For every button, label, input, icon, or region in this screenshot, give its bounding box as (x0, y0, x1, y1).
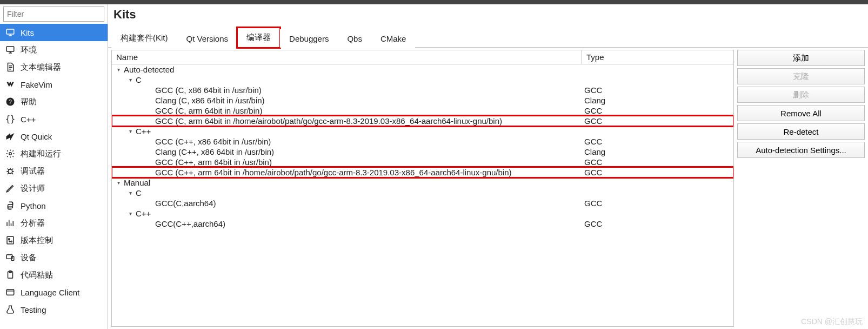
sidebar-item-1[interactable]: 环境 (0, 41, 108, 58)
expand-arrow-icon[interactable]: ▾ (129, 188, 135, 198)
sidebar-item-0[interactable]: Kits (0, 24, 108, 41)
sidebar-item-14[interactable]: 代码粘贴 (0, 266, 108, 284)
tree-row-name: GCC (C++, arm 64bit in /usr/bin) (155, 157, 272, 167)
tree-header: Name Type (112, 50, 733, 64)
tree-row-type: Clang (582, 95, 733, 106)
svg-text:?: ? (9, 98, 12, 105)
filter-input[interactable] (3, 6, 104, 22)
tree-row[interactable]: ▾C++ (112, 208, 733, 219)
tree-row-name: GCC (C, x86 64bit in /usr/bin) (155, 85, 262, 95)
svg-line-17 (12, 173, 13, 174)
sidebar-item-9[interactable]: 设计师 (0, 180, 108, 197)
tree-row[interactable]: GCC (C, arm 64bit in /usr/bin)GCC (112, 106, 733, 116)
sidebar-item-label: Qt Quick (21, 132, 52, 141)
tab-3[interactable]: Debuggers (280, 29, 338, 48)
tree-row[interactable]: GCC (C, x86 64bit in /usr/bin)GCC (112, 85, 733, 95)
svg-rect-33 (6, 289, 14, 295)
sidebar-nav: Kits环境文本编辑器FakeVim?帮助{}C++Qt Quick构建和运行调… (0, 24, 108, 329)
compilers-tree[interactable]: Name Type ▾Auto-detected▾CGCC (C, x86 64… (111, 50, 734, 327)
python-icon (5, 201, 15, 210)
tab-2[interactable]: 编译器 (237, 28, 280, 48)
svg-line-18 (8, 169, 9, 170)
svg-line-16 (8, 173, 9, 174)
tree-row[interactable]: GCC (C++, arm 64bit in /home/airobot/pat… (112, 167, 733, 177)
tree-row[interactable]: ▾C (112, 75, 733, 85)
sidebar-item-15[interactable]: Language Client (0, 284, 108, 301)
fakevim-icon (5, 80, 15, 89)
sidebar-item-5[interactable]: {}C++ (0, 110, 108, 128)
tree-row[interactable]: Clang (C++, x86 64bit in /usr/bin)Clang (112, 147, 733, 157)
tab-4[interactable]: Qbs (338, 29, 371, 48)
tree-row[interactable]: GCC(C,aarch64)GCC (112, 198, 733, 208)
column-type[interactable]: Type (582, 50, 733, 64)
tree-row-name: C++ (136, 126, 151, 136)
svg-point-26 (11, 241, 12, 242)
sidebar-item-4[interactable]: ?帮助 (0, 93, 108, 110)
add-button[interactable]: 添加 (737, 50, 865, 66)
page-title: Kits (108, 4, 868, 27)
tree-row[interactable]: ▾C (112, 188, 733, 198)
sidebar-item-label: 代码粘贴 (21, 270, 53, 280)
column-name[interactable]: Name (112, 50, 582, 64)
svg-point-12 (8, 169, 12, 174)
sidebar-item-label: 环境 (21, 45, 37, 55)
auto-detection-settings-button[interactable]: Auto-detection Settings... (737, 142, 865, 158)
sidebar-item-label: 版本控制 (21, 235, 53, 246)
tree-row[interactable]: Clang (C, x86 64bit in /usr/bin)Clang (112, 95, 733, 106)
tree-row-name: GCC(C++,aarch64) (155, 219, 225, 229)
device-icon (5, 253, 15, 262)
sidebar-item-11[interactable]: 分析器 (0, 214, 108, 232)
tree-row-name: GCC (C, arm 64bit in /usr/bin) (155, 106, 262, 116)
tab-1[interactable]: Qt Versions (177, 29, 238, 48)
tree-row[interactable]: GCC (C, arm 64bit in /home/airobot/path/… (112, 116, 733, 126)
tree-row[interactable]: GCC (C++, x86 64bit in /usr/bin)GCC (112, 136, 733, 147)
tree-row-name: GCC(C,aarch64) (155, 198, 216, 208)
clone-button: 克隆 (737, 68, 865, 84)
tree-row-name: GCC (C++, x86 64bit in /usr/bin) (155, 136, 271, 147)
language-icon (5, 287, 15, 297)
qtquick-icon (5, 131, 15, 141)
tree-row[interactable]: ▾Auto-detected (112, 64, 733, 75)
tree-row-type: GCC (582, 219, 733, 229)
sidebar-item-7[interactable]: 构建和运行 (0, 145, 108, 162)
sidebar-item-12[interactable]: 版本控制 (0, 232, 108, 249)
sidebar-item-label: 分析器 (21, 218, 45, 228)
redetect-button[interactable]: Re-detect (737, 123, 865, 140)
sidebar-item-2[interactable]: 文本编辑器 (0, 58, 108, 76)
tab-5[interactable]: CMake (371, 29, 416, 48)
tree-row-name: Manual (124, 177, 150, 188)
svg-point-25 (9, 239, 10, 240)
tree-row[interactable]: GCC (C++, arm 64bit in /usr/bin)GCC (112, 157, 733, 167)
sidebar-item-3[interactable]: FakeVim (0, 76, 108, 93)
tree-row-name: GCC (C, arm 64bit in /home/airobot/path/… (155, 116, 502, 126)
tree-row-type: GCC (582, 136, 733, 147)
tree-row[interactable]: GCC(C++,aarch64)GCC (112, 219, 733, 229)
svg-rect-24 (7, 236, 14, 244)
help-icon: ? (5, 97, 15, 107)
sidebar-item-label: 设计师 (21, 183, 45, 194)
expand-arrow-icon[interactable]: ▾ (117, 64, 123, 75)
expand-arrow-icon[interactable]: ▾ (129, 126, 135, 136)
expand-arrow-icon[interactable]: ▾ (129, 208, 135, 219)
tab-0[interactable]: 构建套件(Kit) (111, 28, 177, 48)
sidebar-item-label: Python (21, 201, 46, 210)
expand-arrow-icon[interactable]: ▾ (129, 75, 135, 85)
tree-row-name: C++ (136, 208, 151, 219)
sidebar-item-16[interactable]: Testing (0, 301, 108, 318)
sidebar-item-10[interactable]: Python (0, 197, 108, 214)
tree-row[interactable]: ▾Manual (112, 177, 733, 188)
svg-rect-0 (6, 29, 14, 34)
remove-all-button[interactable]: Remove All (737, 105, 865, 121)
tree-row[interactable]: ▾C++ (112, 126, 733, 136)
tree-row-name: GCC (C++, arm 64bit in /home/airobot/pat… (155, 167, 512, 177)
analyzer-icon (5, 218, 15, 228)
sidebar: Kits环境文本编辑器FakeVim?帮助{}C++Qt Quick构建和运行调… (0, 4, 108, 329)
svg-rect-3 (6, 47, 14, 51)
main-area: Kits 构建套件(Kit)Qt Versions编译器DebuggersQbs… (108, 4, 868, 329)
sidebar-item-8[interactable]: 调试器 (0, 162, 108, 180)
tree-row-type: GCC (582, 106, 733, 116)
paste-icon (5, 270, 15, 280)
sidebar-item-13[interactable]: 设备 (0, 249, 108, 266)
expand-arrow-icon[interactable]: ▾ (117, 177, 123, 188)
sidebar-item-6[interactable]: Qt Quick (0, 128, 108, 145)
